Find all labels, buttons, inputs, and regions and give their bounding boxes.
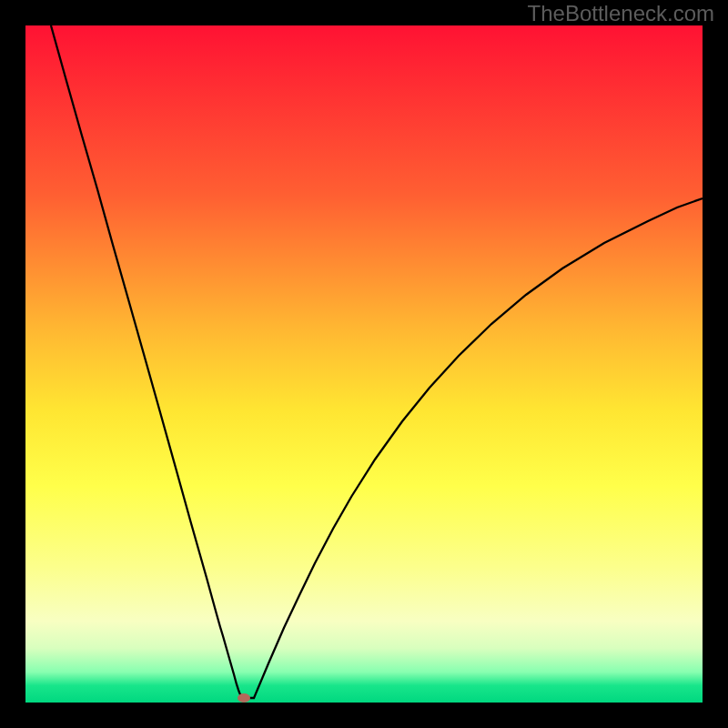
watermark-text: TheBottleneck.com: [528, 1, 714, 26]
chart-frame: TheBottleneck.com: [0, 0, 728, 728]
chart-curve-path: [51, 25, 703, 698]
chart-plot-area: [25, 25, 703, 703]
chart-marker: [238, 693, 250, 703]
chart-curve: [25, 25, 703, 703]
